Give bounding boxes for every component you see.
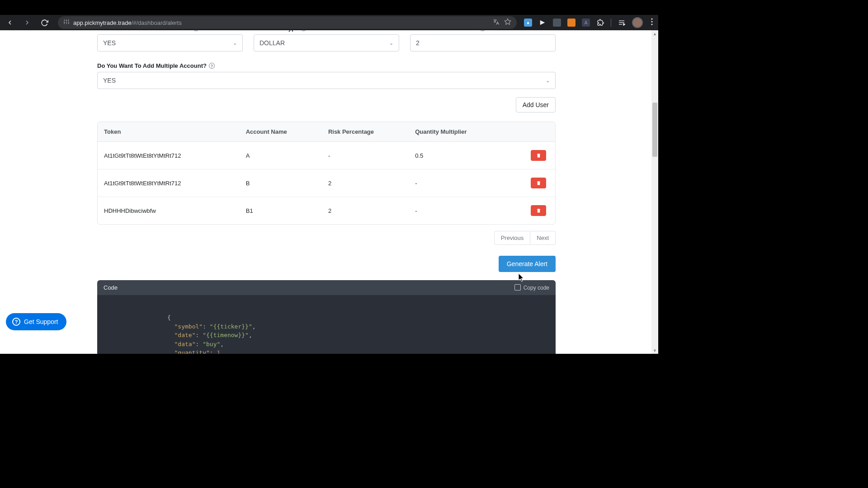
page-viewport: Do You Want Take Profit As Well? ? YES ⌄… (0, 30, 658, 354)
scroll-down-icon[interactable]: ▼ (651, 347, 658, 354)
extensions-area: ● A (524, 17, 655, 28)
col-account: Account Name (240, 122, 322, 142)
col-risk: Risk Percentage (322, 122, 409, 142)
cell-risk: 2 (322, 169, 409, 197)
svg-marker-9 (505, 19, 510, 24)
extension-icon[interactable] (538, 19, 547, 27)
cell-qty: - (409, 169, 509, 197)
code-content[interactable]: { "symbol": "{{ticker}}", "date": "{{tim… (97, 295, 556, 354)
extension-icon[interactable]: A (582, 19, 590, 27)
generate-alert-button[interactable]: Generate Alert (499, 256, 556, 272)
delete-button[interactable] (531, 178, 546, 188)
svg-point-16 (651, 23, 652, 25)
scrollbar[interactable]: ▲ ▼ (651, 30, 658, 354)
get-support-button[interactable]: ? Get Support (6, 313, 66, 330)
back-button[interactable] (4, 16, 16, 29)
extension-icon[interactable] (553, 19, 561, 27)
help-icon[interactable]: ? (480, 30, 486, 31)
extensions-puzzle-icon[interactable] (596, 19, 604, 27)
svg-point-15 (651, 21, 652, 22)
tp-usd-label: Enter Take Profit In USD ? (410, 30, 556, 32)
delete-button[interactable] (531, 205, 546, 216)
help-icon[interactable]: ? (209, 63, 215, 69)
pagination: Previous Next (97, 231, 556, 245)
cell-account: B1 (240, 197, 322, 225)
code-title: Code (104, 284, 118, 291)
code-block: Code Copy code { "symbol": "{{ticker}}",… (97, 280, 556, 354)
cell-token: At1tGt9tTt8tWtEt8tYtMtRt712 (98, 142, 240, 169)
table-row: At1tGt9tTt8tWtEt8tYtMtRt712A-0.5 (98, 142, 555, 169)
col-token: Token (98, 122, 240, 142)
multi-account-label: Do You Want To Add Multiple Account? ? (97, 62, 556, 69)
table-row: HDHHHDibwciwbfwB12- (98, 197, 555, 225)
cell-account: A (240, 142, 322, 169)
scroll-up-icon[interactable]: ▲ (651, 30, 658, 37)
site-settings-icon[interactable] (63, 19, 70, 27)
chevron-down-icon: ⌄ (546, 78, 550, 84)
copy-code-button[interactable]: Copy code (515, 285, 549, 291)
take-profit-select[interactable]: YES ⌄ (97, 34, 243, 52)
letterbox-top (0, 0, 658, 15)
cell-token: HDHHHDibwciwbfw (98, 197, 240, 225)
cell-token: At1tGt9tTt8tWtEt8tYtMtRt712 (98, 169, 240, 197)
help-icon[interactable]: ? (193, 30, 199, 31)
svg-marker-13 (623, 23, 625, 25)
cell-risk: 2 (322, 197, 409, 225)
delete-button[interactable] (531, 150, 546, 161)
browser-toolbar: app.pickmytrade.trade/#/dashboard/alerts… (0, 15, 658, 30)
browser-menu-icon[interactable] (649, 18, 655, 27)
table-row: At1tGt9tTt8tWtEt8tYtMtRt712B2- (98, 169, 555, 197)
tp-usd-input[interactable]: 2 (410, 34, 556, 52)
take-profit-label: Do You Want Take Profit As Well? ? (97, 30, 243, 32)
letterbox-bottom (0, 354, 658, 369)
tp-type-label: Take Profit Type ? (254, 30, 399, 32)
support-icon: ? (12, 318, 20, 326)
extension-icon[interactable]: ● (524, 19, 532, 27)
copy-icon (515, 285, 521, 291)
translate-icon[interactable] (493, 19, 500, 27)
add-user-button[interactable]: Add User (516, 97, 556, 113)
cell-account: B (240, 169, 322, 197)
svg-point-14 (651, 18, 652, 19)
scroll-thumb[interactable] (652, 103, 657, 157)
help-icon[interactable]: ? (301, 30, 307, 31)
bookmark-star-icon[interactable] (504, 18, 511, 27)
cell-risk: - (322, 142, 409, 169)
previous-button[interactable]: Previous (494, 231, 531, 245)
accounts-table: Token Account Name Risk Percentage Quant… (97, 122, 556, 225)
cell-qty: - (409, 197, 509, 225)
address-bar[interactable]: app.pickmytrade.trade/#/dashboard/alerts (58, 16, 517, 29)
url-text: app.pickmytrade.trade/#/dashboard/alerts (73, 19, 182, 26)
profile-avatar[interactable] (632, 17, 643, 28)
reading-list-icon[interactable] (618, 19, 626, 27)
next-button[interactable]: Next (530, 231, 556, 245)
chevron-down-icon: ⌄ (233, 40, 237, 46)
chevron-down-icon: ⌄ (389, 40, 393, 46)
col-qty: Quantity Multiplier (409, 122, 509, 142)
forward-button[interactable] (21, 16, 33, 29)
tp-type-select[interactable]: DOLLAR ⌄ (254, 34, 399, 52)
multi-account-select[interactable]: YES ⌄ (97, 72, 556, 89)
cell-qty: 0.5 (409, 142, 509, 169)
reload-button[interactable] (38, 16, 51, 29)
extension-icon[interactable] (567, 19, 576, 27)
